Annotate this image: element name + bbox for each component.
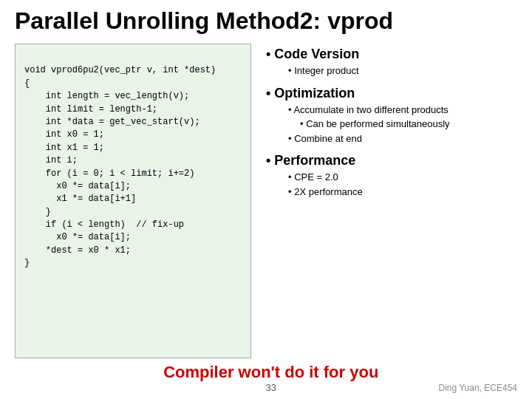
main-content: void vprod6pu2(vec_ptr v, int *dest) { i… — [0, 39, 532, 358]
bullet-integer-product: Integer product — [288, 64, 517, 78]
footer: Compiler won't do it for you 33 Ding Yua… — [0, 358, 532, 399]
bullets-panel: • Code Version Integer product • Optimiz… — [266, 44, 517, 358]
section-performance: • Performance CPE = 2.0 2X performance — [266, 153, 517, 199]
footer-center: Compiler won't do it for you 33 — [103, 363, 438, 393]
bullet-2x-performance: 2X performance — [288, 185, 517, 200]
section-optimization: • Optimization Accumulate in two differe… — [266, 86, 517, 146]
code-text: void vprod6pu2(vec_ptr v, int *dest) { i… — [24, 65, 216, 268]
bullet-can-be-performed: Can be performed simultaneously — [300, 117, 517, 132]
bullet-accumulate: Accumulate in two different products — [288, 103, 517, 117]
page: Parallel Unrolling Method2: vprod void v… — [0, 0, 532, 399]
section-title-optimization: • Optimization — [266, 86, 517, 101]
bullet-cpe: CPE = 2.0 — [288, 170, 517, 185]
section-title-code-version: • Code Version — [266, 47, 517, 62]
footer-credit: Ding Yuan, ECE454 — [438, 383, 517, 393]
bullet-combine-at-end: Combine at end — [288, 132, 517, 146]
section-code-version: • Code Version Integer product — [266, 47, 517, 78]
footer-page-number: 33 — [103, 382, 438, 393]
title-bar: Parallel Unrolling Method2: vprod — [0, 0, 532, 39]
footer-subtitle: Compiler won't do it for you — [103, 363, 438, 382]
section-title-performance: • Performance — [266, 153, 517, 168]
code-panel: void vprod6pu2(vec_ptr v, int *dest) { i… — [15, 44, 251, 358]
page-title: Parallel Unrolling Method2: vprod — [15, 7, 517, 35]
